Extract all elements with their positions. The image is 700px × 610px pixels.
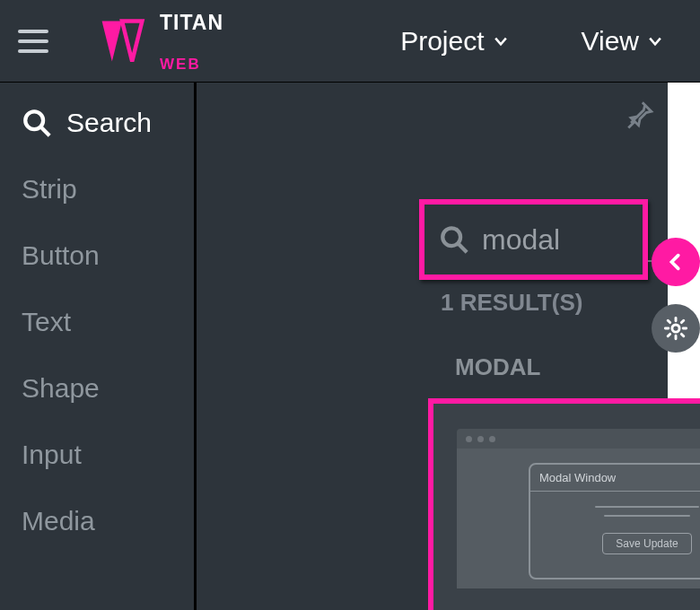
svg-marker-0	[102, 21, 122, 61]
result-thumbnail-modal[interactable]: Modal Window ✕ Save Update	[428, 398, 700, 610]
thumb-browser-chrome	[457, 429, 700, 449]
sidebar-item-strip[interactable]: Strip	[0, 156, 194, 222]
panel-search-input[interactable]: modal	[419, 199, 648, 280]
sidebar-item-button[interactable]: Button	[0, 222, 194, 289]
chevron-down-icon	[646, 32, 664, 50]
collapse-panel-fab[interactable]	[652, 238, 700, 286]
titan-wordmark: TITAN	[160, 9, 249, 36]
elements-panel: modal 1 RESULT(S) MODAL Modal Window ✕	[197, 83, 700, 610]
pin-panel-button[interactable]	[625, 99, 655, 133]
svg-line-7	[458, 243, 467, 252]
result-heading-modal: MODAL	[455, 353, 540, 381]
sidebar-search-label: Search	[66, 108, 152, 138]
sidebar-item-input[interactable]: Input	[0, 422, 194, 488]
chevron-down-icon	[492, 32, 510, 50]
thumb-modal-title: Modal Window	[539, 471, 616, 484]
svg-line-4	[40, 126, 49, 135]
main-body: Search Strip Button Text Shape Input Med…	[0, 83, 700, 610]
thumbnail-graphic: Modal Window ✕ Save Update	[457, 429, 700, 588]
hamburger-menu-button[interactable]	[18, 23, 54, 59]
logo-subtext: WEB	[160, 56, 249, 74]
menu-label: Project	[400, 26, 484, 57]
sidebar: Search Strip Button Text Shape Input Med…	[0, 83, 197, 610]
settings-fab[interactable]	[652, 304, 700, 353]
project-menu[interactable]: Project	[400, 26, 509, 57]
titan-logo-icon	[97, 16, 147, 66]
pin-icon	[625, 99, 655, 129]
thumb-modal-card: Modal Window ✕ Save Update	[529, 463, 700, 580]
top-bar: TITAN WEB Project View	[0, 0, 700, 83]
search-icon	[22, 108, 52, 138]
gear-icon	[663, 316, 688, 341]
svg-marker-1	[122, 21, 142, 61]
results-count: 1 RESULT(S)	[441, 289, 582, 317]
panel-search-value: modal	[482, 223, 560, 257]
chevron-left-icon	[666, 252, 686, 272]
top-menus: Project View	[400, 26, 682, 57]
sidebar-item-media[interactable]: Media	[0, 488, 194, 554]
sidebar-search[interactable]: Search	[0, 95, 194, 156]
svg-point-6	[442, 228, 460, 246]
menu-label: View	[582, 26, 639, 57]
sidebar-item-shape[interactable]: Shape	[0, 355, 194, 422]
thumb-modal-button: Save Update	[602, 533, 691, 554]
search-icon	[439, 224, 469, 255]
svg-text:TITAN: TITAN	[160, 10, 223, 33]
svg-point-3	[25, 111, 43, 129]
sidebar-item-text[interactable]: Text	[0, 289, 194, 355]
logo[interactable]: TITAN WEB	[97, 9, 249, 74]
svg-point-5	[672, 325, 679, 332]
view-menu[interactable]: View	[582, 26, 664, 57]
